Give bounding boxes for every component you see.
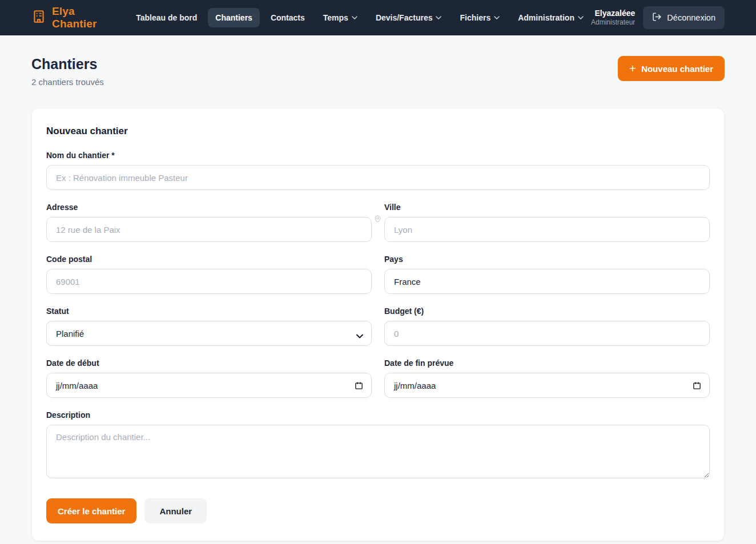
- nav-item-fichiers[interactable]: Fichiers: [452, 8, 507, 27]
- budget-input[interactable]: [384, 321, 710, 346]
- country-label: Pays: [384, 255, 710, 264]
- end-date-input[interactable]: jj/mm/aaaa: [384, 373, 710, 398]
- status-label: Statut: [46, 307, 372, 316]
- page-header: Chantiers 2 chantiers trouvés + Nouveau …: [31, 56, 725, 87]
- results-count: 2 chantiers trouvés: [31, 77, 104, 87]
- map-pin-icon: [374, 215, 381, 225]
- user-info: Elyazaléee Administrateur: [591, 9, 635, 27]
- nav-item-tableau-de-bord[interactable]: Tableau de bord: [128, 8, 204, 27]
- nav-item-contacts[interactable]: Contacts: [263, 8, 312, 27]
- form-title: Nouveau chantier: [46, 126, 710, 137]
- plus-icon: +: [629, 62, 636, 74]
- brand[interactable]: Elya Chantier: [31, 5, 103, 30]
- status-select[interactable]: Planifié: [46, 321, 372, 346]
- top-navbar: Elya Chantier Tableau de bord Chantiers …: [0, 0, 756, 35]
- main-nav: Tableau de bord Chantiers Contacts Temps…: [128, 8, 591, 27]
- nav-item-administration[interactable]: Administration: [510, 8, 591, 27]
- budget-label: Budget (€): [384, 307, 710, 316]
- country-input[interactable]: [384, 269, 710, 294]
- nav-item-devis-factures[interactable]: Devis/Factures: [368, 8, 449, 27]
- end-date-label: Date de fin prévue: [384, 358, 710, 368]
- description-label: Description: [46, 410, 710, 420]
- city-input[interactable]: [384, 217, 710, 242]
- name-input[interactable]: [46, 165, 710, 190]
- create-chantier-button[interactable]: Créer le chantier: [46, 498, 136, 523]
- chevron-down-icon: [352, 16, 357, 19]
- form-actions: Créer le chantier Annuler: [46, 498, 710, 523]
- user-role: Administrateur: [591, 18, 635, 27]
- start-date-input[interactable]: jj/mm/aaaa: [46, 373, 372, 398]
- building-icon: [31, 9, 46, 26]
- chevron-down-icon: [578, 16, 584, 19]
- start-date-label: Date de début: [46, 358, 372, 368]
- nav-item-chantiers[interactable]: Chantiers: [208, 8, 260, 27]
- postal-code-label: Code postal: [46, 255, 372, 264]
- logout-icon: [652, 12, 662, 23]
- description-textarea[interactable]: [46, 425, 710, 478]
- address-label: Adresse: [46, 203, 372, 212]
- new-chantier-button[interactable]: + Nouveau chantier: [618, 56, 725, 81]
- address-input[interactable]: [46, 217, 372, 242]
- brand-name: Elya Chantier: [52, 5, 103, 30]
- new-chantier-form-card: Nouveau chantier Nom du chantier * Adres…: [31, 108, 725, 541]
- main-content: Chantiers 2 chantiers trouvés + Nouveau …: [31, 56, 725, 541]
- calendar-icon[interactable]: [693, 381, 701, 390]
- calendar-icon[interactable]: [355, 381, 363, 390]
- logout-button[interactable]: Déconnexion: [643, 6, 725, 29]
- page-title: Chantiers: [31, 56, 104, 72]
- cancel-button[interactable]: Annuler: [144, 498, 207, 523]
- name-label: Nom du chantier *: [46, 151, 710, 160]
- chevron-down-icon: [494, 16, 500, 19]
- postal-code-input[interactable]: [46, 269, 372, 294]
- nav-item-temps[interactable]: Temps: [316, 8, 365, 27]
- city-label: Ville: [384, 203, 710, 212]
- user-name: Elyazaléee: [591, 9, 635, 19]
- chevron-down-icon: [436, 16, 441, 19]
